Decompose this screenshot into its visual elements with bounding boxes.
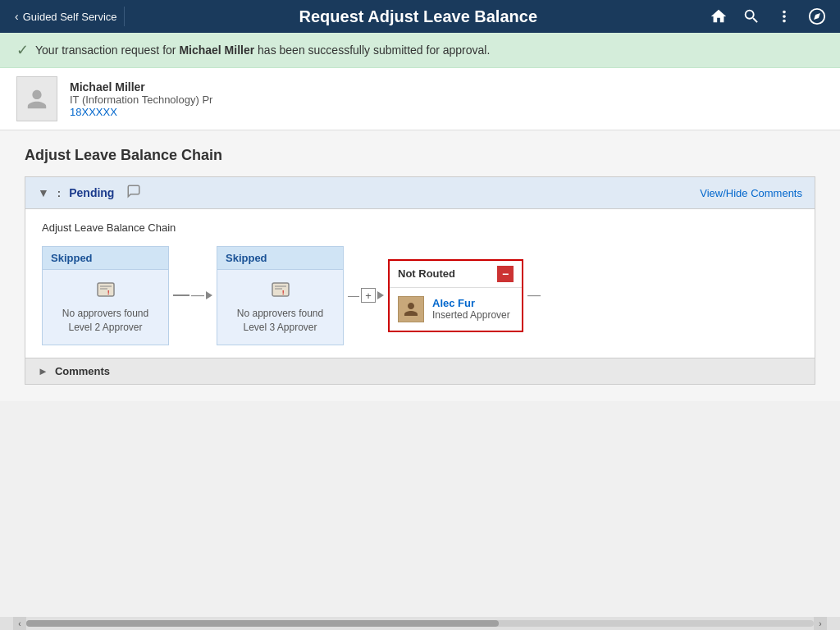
check-icon: ✓ — [16, 41, 29, 59]
remove-approver-button[interactable]: − — [497, 266, 514, 282]
arrow-2: — + — [344, 288, 388, 303]
comments-section: ► Comments — [25, 358, 815, 384]
step-2-content: ! No approvers found Level 3 Approver — [217, 270, 343, 345]
chain-body: Adjust Leave Balance Chain Skipped ! No … — [25, 209, 815, 358]
user-info-bar: Michael Miller IT (Information Technolog… — [0, 68, 840, 130]
user-details: Michael Miller IT (Information Technolog… — [70, 80, 212, 118]
back-label: Guided Self Service — [23, 11, 117, 23]
svg-marker-1 — [814, 13, 820, 20]
trailing-dash: — — [523, 288, 545, 303]
back-button[interactable]: ‹ Guided Self Service — [8, 7, 125, 26]
compass-button[interactable] — [802, 2, 832, 31]
not-routed-label: Not Routed — [398, 267, 455, 280]
svg-text:!: ! — [107, 290, 109, 295]
back-arrow-icon: ‹ — [15, 10, 19, 23]
success-banner: ✓ Your transaction request for Michael M… — [0, 33, 840, 68]
more-options-button[interactable] — [769, 2, 799, 31]
approval-step-1: Skipped ! No approvers found Level 2 App… — [42, 246, 169, 345]
not-routed-header: Not Routed − — [390, 261, 522, 288]
arrow-line-1 — [173, 294, 189, 296]
section-title: Adjust Leave Balance Chain — [25, 147, 815, 164]
scroll-thumb[interactable] — [26, 620, 499, 627]
home-button[interactable] — [704, 2, 733, 31]
no-approver-icon-2: ! — [271, 280, 290, 304]
arrow-head-2 — [377, 291, 384, 299]
user-id: 18XXXXX — [70, 106, 212, 118]
view-hide-comments-link[interactable]: View/Hide Comments — [700, 187, 802, 199]
arrow-1: — — [169, 288, 217, 303]
svg-rect-2 — [98, 283, 114, 296]
arrow-head-1 — [206, 291, 212, 299]
header-icons — [704, 2, 832, 31]
no-approver-icon-1: ! — [96, 280, 116, 304]
approver-name: Alec Fur — [432, 297, 510, 309]
add-approver-button[interactable]: + — [361, 288, 376, 303]
not-routed-box: Not Routed − Alec Fur Inserted Approver — [388, 259, 523, 332]
scroll-right-button[interactable]: › — [814, 617, 827, 630]
comments-label: Comments — [55, 365, 110, 377]
svg-text:!: ! — [282, 290, 284, 295]
step-1-content: ! No approvers found Level 2 Approver — [43, 270, 168, 345]
success-message: Your transaction request for Michael Mil… — [35, 43, 490, 57]
dash-1: — — [191, 288, 204, 303]
horizontal-scrollbar[interactable]: ‹ › — [0, 617, 840, 630]
scroll-track — [26, 620, 814, 627]
svg-rect-6 — [272, 283, 289, 296]
step-2-text: No approvers found Level 3 Approver — [237, 307, 323, 335]
pending-label: Pending — [69, 186, 114, 199]
comments-header[interactable]: ► Comments — [25, 358, 815, 384]
main-content: Adjust Leave Balance Chain ▼ : Pending V… — [0, 130, 840, 401]
step-1-text: No approvers found Level 2 Approver — [62, 307, 148, 335]
avatar — [16, 76, 57, 121]
step-2-header: Skipped — [217, 247, 343, 270]
not-routed-content: Alec Fur Inserted Approver — [390, 288, 522, 331]
approver-info: Alec Fur Inserted Approver — [432, 297, 510, 321]
pending-colon: : — [57, 187, 61, 199]
comment-icon[interactable] — [126, 184, 141, 202]
pending-chevron-icon[interactable]: ▼ — [38, 186, 49, 199]
user-department: IT (Information Technology) Pr — [70, 94, 212, 106]
app-header: ‹ Guided Self Service Request Adjust Lea… — [0, 0, 840, 33]
search-button[interactable] — [737, 2, 766, 31]
dash-2: — — [348, 289, 359, 302]
comments-chevron-icon: ► — [38, 365, 48, 377]
page-title: Request Adjust Leave Balance — [133, 7, 704, 26]
approver-avatar — [398, 296, 424, 322]
approval-flow: Skipped ! No approvers found Level 2 App… — [42, 246, 798, 345]
approver-role: Inserted Approver — [432, 309, 510, 321]
chain-body-title: Adjust Leave Balance Chain — [42, 221, 798, 234]
approval-step-2: Skipped ! No approvers found Level 3 App… — [217, 246, 344, 345]
scroll-left-button[interactable]: ‹ — [13, 617, 26, 630]
step-1-header: Skipped — [43, 247, 168, 270]
chain-card: ▼ : Pending View/Hide Comments Adjust Le… — [25, 176, 815, 385]
pending-header: ▼ : Pending View/Hide Comments — [25, 177, 815, 209]
user-name: Michael Miller — [70, 80, 212, 94]
employee-name-highlight: Michael Miller — [179, 43, 254, 57]
